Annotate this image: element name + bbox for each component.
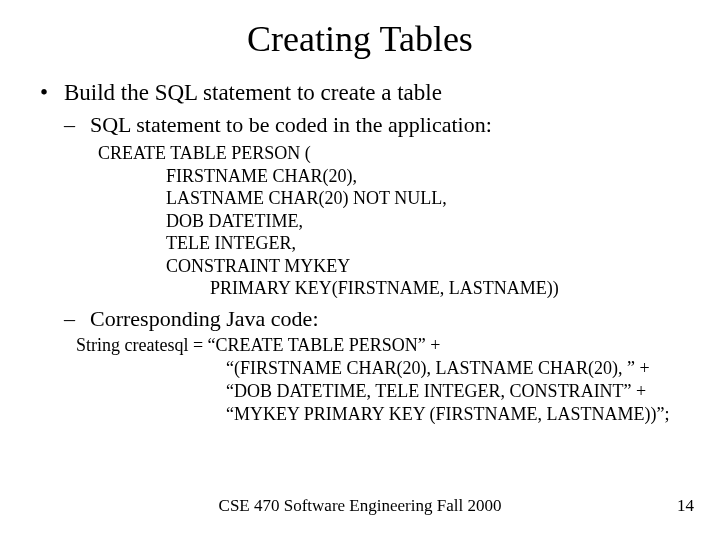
sql-code-block: CREATE TABLE PERSON ( FIRSTNAME CHAR(20)… [98, 142, 720, 300]
slide-title: Creating Tables [0, 0, 720, 60]
code-line: CONSTRAINT MYKEY [98, 255, 720, 278]
code-line: String createsql = “CREATE TABLE PERSON”… [76, 334, 720, 357]
code-line: “MYKEY PRIMARY KEY (FIRSTNAME, LASTNAME)… [76, 403, 720, 426]
code-line: FIRSTNAME CHAR(20), [98, 165, 720, 188]
java-code-block: String createsql = “CREATE TABLE PERSON”… [76, 334, 720, 426]
bullet-text: SQL statement to be coded in the applica… [90, 112, 492, 138]
bullet-level-2: – Corresponding Java code: [64, 306, 720, 332]
bullet-text: Build the SQL statement to create a tabl… [64, 80, 442, 106]
bullet-marker: – [64, 306, 90, 332]
page-number: 14 [677, 496, 694, 516]
bullet-marker: • [40, 80, 64, 106]
code-line: TELE INTEGER, [98, 232, 720, 255]
bullet-text: Corresponding Java code: [90, 306, 319, 332]
slide: Creating Tables • Build the SQL statemen… [0, 0, 720, 540]
code-line: PRIMARY KEY(FIRSTNAME, LASTNAME)) [98, 277, 720, 300]
code-line: DOB DATETIME, [98, 210, 720, 233]
bullet-marker: – [64, 112, 90, 138]
code-line: CREATE TABLE PERSON ( [98, 142, 720, 165]
bullet-level-1: • Build the SQL statement to create a ta… [40, 80, 720, 106]
code-line: LASTNAME CHAR(20) NOT NULL, [98, 187, 720, 210]
code-line: “(FIRSTNAME CHAR(20), LASTNAME CHAR(20),… [76, 357, 720, 380]
code-line: “DOB DATETIME, TELE INTEGER, CONSTRAINT”… [76, 380, 720, 403]
footer-text: CSE 470 Software Engineering Fall 2000 [0, 496, 720, 516]
bullet-level-2: – SQL statement to be coded in the appli… [64, 112, 720, 138]
